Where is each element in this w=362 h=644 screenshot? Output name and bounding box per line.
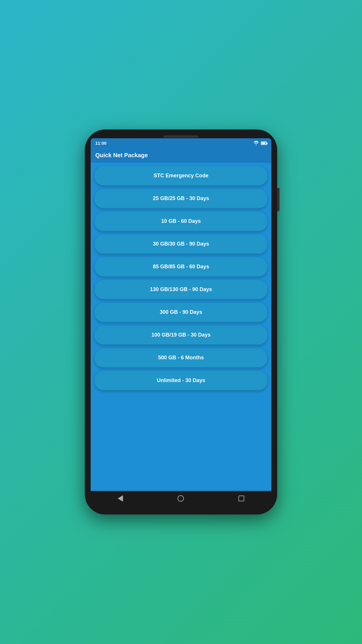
status-time: 11:00: [95, 141, 106, 146]
package-button-130gb-90days[interactable]: 130 GB/130 GB - 90 Days: [95, 280, 267, 300]
nav-bar: [91, 491, 271, 506]
package-button-25gb-30days[interactable]: 25 GB/25 GB - 30 Days: [95, 189, 267, 209]
package-button-100gb-30days[interactable]: 100 GB/19 GB - 30 Days: [95, 326, 267, 345]
phone-frame: 11:00 Quick Net Package STC Emergency Co…: [85, 130, 277, 514]
package-button-10gb-60days[interactable]: 10 GB - 60 Days: [95, 212, 267, 232]
battery-fill: [262, 142, 266, 144]
home-button[interactable]: [178, 495, 184, 502]
recents-icon: [238, 496, 244, 501]
recents-button[interactable]: [238, 496, 244, 501]
package-list: STC Emergency Code25 GB/25 GB - 30 Days1…: [91, 163, 271, 491]
home-icon: [178, 495, 184, 502]
package-button-stc-emergency[interactable]: STC Emergency Code: [95, 166, 267, 186]
app-title: Quick Net Package: [95, 152, 148, 158]
back-button[interactable]: [118, 495, 123, 502]
back-icon: [118, 495, 123, 502]
package-button-30gb-90days[interactable]: 30 GB/30 GB - 90 Days: [95, 235, 267, 254]
wifi-icon: [253, 141, 259, 146]
status-bar: 11:00: [91, 138, 271, 148]
package-button-500gb-6months[interactable]: 500 GB - 6 Months: [95, 348, 267, 368]
package-button-300gb-90days[interactable]: 300 GB - 90 Days: [95, 303, 267, 323]
battery-icon: [261, 141, 267, 145]
package-button-unlimited-30days[interactable]: Unlimited - 30 Days: [95, 371, 267, 391]
screen: 11:00 Quick Net Package STC Emergency Co…: [91, 138, 271, 506]
app-bar: Quick Net Package: [91, 148, 271, 163]
status-icons: [253, 141, 267, 146]
package-button-85gb-60days[interactable]: 85 GB/85 GB - 60 Days: [95, 257, 267, 277]
